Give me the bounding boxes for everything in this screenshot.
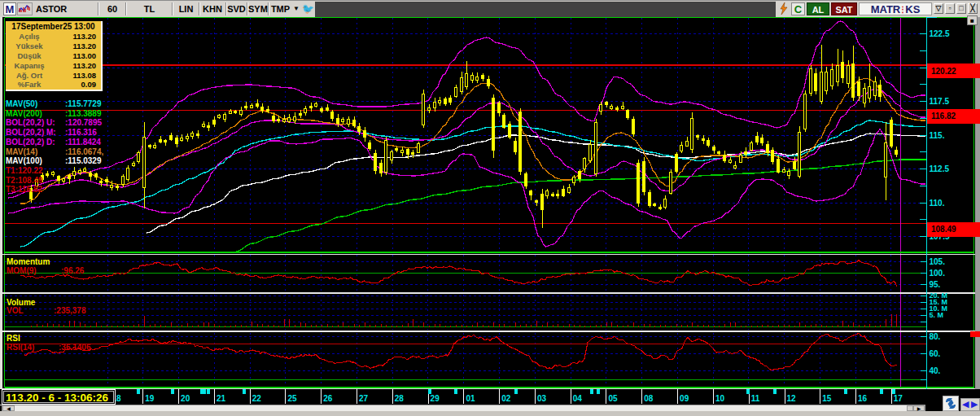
svg-text:29: 29: [431, 394, 440, 403]
svg-text:100.: 100.: [930, 269, 946, 278]
svg-text:MOM(9): MOM(9): [7, 266, 37, 275]
svg-text:12: 12: [787, 394, 797, 403]
svg-text:RSI: RSI: [7, 334, 20, 343]
svg-text:MAV(100): MAV(100): [6, 156, 42, 165]
svg-text:21: 21: [217, 394, 226, 403]
svg-text:108.49: 108.49: [931, 225, 956, 234]
svg-text:116.82: 116.82: [931, 112, 956, 120]
svg-text:RSI(14): RSI(14): [7, 343, 34, 352]
svg-text:MAV(200): MAV(200): [6, 109, 42, 118]
svg-text:115.: 115.: [930, 131, 945, 140]
svg-text:95.: 95.: [930, 280, 941, 289]
svg-text:09: 09: [680, 394, 689, 403]
svg-text:MAV(14): MAV(14): [6, 147, 37, 156]
svg-text:BOL(20,2) D:: BOL(20,2) D:: [6, 138, 55, 147]
svg-text:15: 15: [822, 394, 832, 403]
svg-text::120.7895: :120.7895: [65, 118, 102, 127]
svg-text:T2:108.49: T2:108.49: [6, 176, 43, 185]
svg-text:VOL: VOL: [7, 306, 24, 315]
svg-text:03: 03: [537, 394, 547, 403]
svg-text::115.0329: :115.0329: [65, 156, 102, 165]
svg-text:5. M: 5. M: [930, 311, 944, 319]
svg-text::36.1406: :36.1406: [59, 343, 91, 352]
svg-text:05: 05: [609, 394, 619, 403]
svg-text:28: 28: [395, 394, 405, 403]
svg-text:Momentum: Momentum: [7, 257, 50, 266]
svg-text:26: 26: [323, 394, 333, 403]
svg-text:105.: 105.: [930, 257, 946, 266]
svg-text:20: 20: [181, 394, 190, 403]
svg-text:80.: 80.: [930, 332, 941, 341]
svg-text:27: 27: [359, 394, 369, 403]
svg-text:BOL(20,2) U:: BOL(20,2) U:: [6, 118, 55, 127]
svg-text:25: 25: [288, 394, 298, 403]
svg-text::116.316: :116.316: [65, 128, 97, 137]
svg-text::113.3889: :113.3889: [65, 109, 102, 118]
svg-text:110.: 110.: [930, 199, 945, 208]
svg-text:17: 17: [894, 394, 903, 403]
svg-text:BOL(20,2) M:: BOL(20,2) M:: [6, 128, 56, 137]
svg-text:40.: 40.: [930, 366, 941, 375]
svg-text:01: 01: [466, 394, 475, 403]
svg-text:112.5: 112.5: [930, 164, 950, 173]
svg-text::116.0674,: :116.0674,: [65, 147, 103, 156]
svg-text:117.5: 117.5: [930, 97, 950, 106]
svg-text:T3:116.82: T3:116.82: [6, 185, 42, 194]
svg-text:02: 02: [501, 394, 511, 403]
svg-text:120.22: 120.22: [931, 67, 956, 76]
svg-text::96.26: :96.26: [61, 266, 85, 275]
svg-text:122.5: 122.5: [930, 29, 950, 38]
svg-text:16: 16: [858, 394, 868, 403]
svg-text:60.: 60.: [930, 349, 941, 358]
svg-text:04: 04: [573, 394, 583, 403]
svg-text:11: 11: [751, 394, 760, 403]
svg-text::115.7729: :115.7729: [65, 99, 102, 108]
svg-text::111.8424: :111.8424: [65, 138, 101, 147]
svg-text:22: 22: [252, 394, 262, 403]
svg-text::235,378: :235,378: [54, 306, 86, 315]
svg-text:MAV(50): MAV(50): [6, 99, 37, 108]
svg-text:113.20 - 6 - 13:06:26: 113.20 - 6 - 13:06:26: [6, 392, 109, 404]
svg-text:T1:120.22: T1:120.22: [6, 166, 43, 175]
svg-text:08: 08: [644, 394, 654, 403]
svg-text:10: 10: [715, 394, 725, 403]
svg-text:19: 19: [145, 394, 155, 403]
